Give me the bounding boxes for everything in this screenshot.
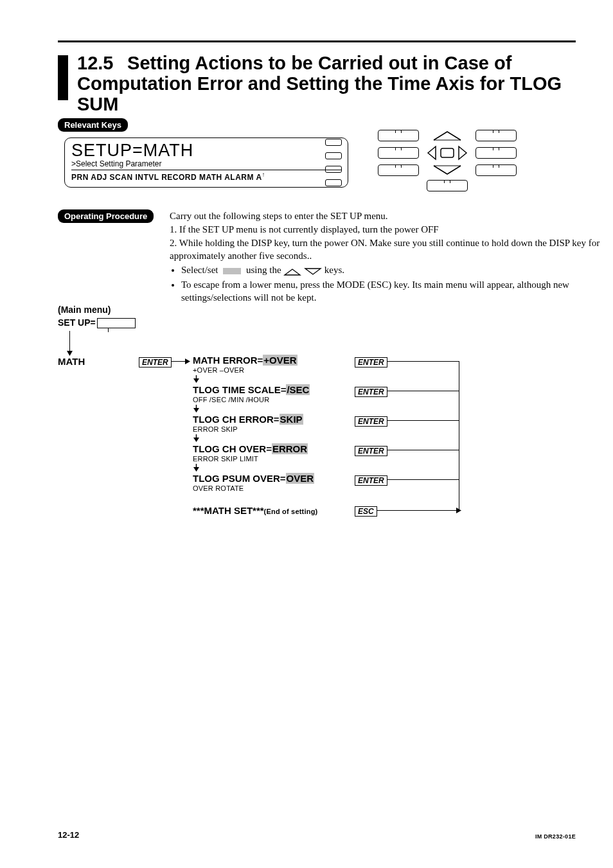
procedure-bullet2: To escape from a lower menu, press the M… [181,278,600,304]
key-r1c1 [378,130,419,141]
bullet1-c: keys. [324,265,344,275]
param1-opts: OFF /SEC /MIN /HOUR [193,396,310,403]
setup-box [97,318,136,328]
down-arrow-r1 [193,405,199,412]
param4-value: OVER [286,473,315,484]
lcd-title: SETUP=MATH [71,141,341,161]
end-label: ***MATH SET*** [193,505,264,516]
param-row-2: TLOG CH ERROR=SKIP ERROR SKIP [193,414,303,433]
end-row: ***MATH SET***(End of setting) [193,505,317,517]
key-r2c1 [378,147,419,159]
enter-row-2: ENTER [355,415,387,427]
footer-page-number: 12-12 [58,830,79,840]
esc-row: ESC [355,505,377,517]
flow-hline-r3 [387,450,459,450]
relevant-keys-label: Relevant Keys [64,120,121,130]
param4-label: TLOG PSUM OVER= [193,473,286,484]
enter-1: ENTER [139,356,172,368]
enter-row-4: ENTER [355,474,387,486]
flow-hline-r1 [387,391,459,391]
main-menu-label: (Main menu) [58,305,600,315]
param-row-0: MATH ERROR=+OVER +OVER –OVER [193,355,298,374]
param3-label: TLOG CH OVER= [193,443,272,454]
flow-hline-r0 [387,361,459,362]
footer-doc-id: IM DR232-01E [535,833,576,840]
flow-hline-r2 [387,420,459,421]
enter-key-r0: ENTER [355,357,387,368]
diamond-keys [427,152,468,163]
procedure-text: Carry out the following steps to enter t… [170,209,600,305]
param1-label: TLOG TIME SCALE= [193,384,286,395]
flow-hline-end [377,510,459,511]
param0-opts: +OVER –OVER [193,366,298,374]
top-rule [58,40,576,42]
enter-key-r4: ENTER [355,475,387,486]
math-node: MATH [58,356,85,367]
key-r2c3 [475,147,517,159]
svg-rect-0 [441,148,454,157]
down-arrow-r3 [193,464,199,472]
param3-value: ERROR [272,443,308,454]
flow-diagram: (Main menu) SET UP= MATH ENTER MATH ERRO… [58,305,600,328]
param2-label: TLOG CH ERROR= [193,414,280,425]
param4-opts: OVER ROTATE [193,484,314,492]
side-button-2 [325,152,342,159]
flow-hline-r4 [387,479,459,480]
key-r4c2 [427,180,468,191]
procedure-step2: 2. While holding the DISP key, turn the … [170,236,600,262]
right-arrow-icon [185,359,191,364]
side-button-4 [325,179,342,186]
param-row-4: TLOG PSUM OVER=OVER OVER ROTATE [193,473,314,492]
operating-procedure-pill: Operating Procedure [58,209,154,223]
param-row-3: TLOG CH OVER=ERROR ERROR SKIP LIMIT [193,443,308,463]
lcd-menu: PRN ADJ SCAN INTVL RECORD MATH ALARM A↑ [71,171,341,182]
down-arrow-r0 [193,375,199,383]
param3-opts: ERROR SKIP LIMIT [193,455,308,463]
section-bar [58,55,68,100]
enter-row-3: ENTER [355,445,387,456]
side-button-3 [325,166,342,173]
bullet1-a: Select/set [181,265,220,275]
bullet1-b: using the [244,265,283,275]
mini-down-icon [304,265,322,278]
operating-procedure-label: Operating Procedure [64,211,147,221]
enter-key-r3: ENTER [355,446,387,456]
lcd-divider [71,170,341,170]
param1-value: /SEC [286,384,310,395]
lcd-panel: SETUP=MATH >Select Setting Parameter PRN… [64,137,348,188]
right-arrow-end-icon [456,508,462,513]
procedure-intro: Carry out the following steps to enter t… [170,209,600,222]
cursor-box-icon [223,268,241,274]
enter-key-r1: ENTER [355,387,387,397]
enter-key-r2: ENTER [355,416,387,427]
procedure-step1: 1. If the SET UP menu is not currently d… [170,223,600,236]
setup-text: SET UP= [58,317,96,328]
lcd-subtitle: >Select Setting Parameter [71,159,341,168]
up-arrow-icon: ↑ [262,171,266,178]
enter-key-1: ENTER [139,357,172,368]
param2-opts: ERROR SKIP [193,425,303,433]
keypad [374,129,520,195]
mini-up-icon [283,265,301,278]
param0-value: +OVER [263,355,297,366]
arrow-up-key [432,132,462,143]
down-arrow-r2 [193,434,199,442]
key-r3c1 [378,164,419,176]
procedure-bullet1: Select/set using the keys. [181,263,600,278]
param0-label: MATH ERROR= [193,355,263,366]
end-note: (End of setting) [264,508,318,515]
lcd-menu-text: PRN ADJ SCAN INTVL RECORD MATH ALARM A [71,173,262,182]
enter-row-1: ENTER [355,385,387,397]
relevant-keys-pill: Relevant Keys [58,118,128,132]
section-heading: 12.5 Setting Actions to be Carried out i… [77,53,576,114]
param-row-1: TLOG TIME SCALE=/SEC OFF /SEC /MIN /HOUR [193,384,310,403]
esc-key: ESC [355,506,377,517]
setup-label: SET UP= [58,317,600,328]
param2-value: SKIP [280,414,303,425]
key-r3c3 [475,164,517,176]
lcd-side-buttons [325,139,342,193]
enter-row-0: ENTER [355,356,387,368]
arrow-down-key [432,166,462,177]
flow-vline-right [459,361,459,510]
section-title: Setting Actions to be Carried out in Cas… [77,53,562,114]
